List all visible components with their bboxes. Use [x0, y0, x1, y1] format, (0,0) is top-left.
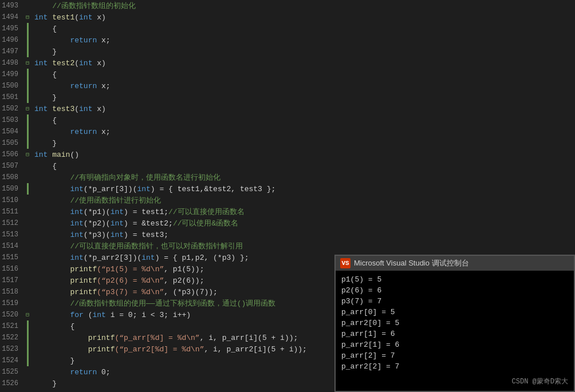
line-number: 1523 [0, 345, 23, 353]
console-output-line: p_arr2[0] = 5 [341, 318, 568, 328]
line-content: int(*p1)(int) = test1;//可以直接使用函数名 [32, 207, 575, 217]
code-text [34, 208, 70, 216]
code-line: 1509 int(*p_arr[3])(int) = { test1,&test… [0, 183, 575, 195]
code-text: , p2(6)); [164, 276, 204, 285]
code-text: { [34, 25, 57, 33]
line-gutter [23, 320, 32, 332]
code-text: , i, p_arr[i](5 + i)); [200, 334, 298, 342]
vs-icon: VS [340, 258, 350, 268]
line-content: int main() [32, 151, 575, 159]
code-text: ) = { p1,p2, (*p3) }; [155, 254, 249, 262]
line-number: 1506 [0, 151, 23, 159]
line-gutter: ⊟ [23, 151, 32, 158]
line-content: int test2(int x) [32, 59, 575, 68]
code-text [34, 334, 88, 342]
code-text: ( [74, 13, 79, 22]
code-text [34, 345, 88, 354]
code-line: 1494⊟int test1(int x) [0, 11, 575, 23]
line-number: 1519 [0, 299, 23, 307]
line-number: 1495 [0, 25, 23, 33]
keyword: int [70, 231, 83, 239]
line-gutter [23, 332, 32, 343]
code-line: 1499 { [0, 69, 575, 80]
line-number: 1499 [0, 70, 23, 78]
function-name: printf [70, 276, 97, 285]
keyword: int [92, 311, 105, 319]
code-text: x; [97, 82, 110, 90]
code-text: (*p3)( [84, 231, 111, 239]
line-number: 1507 [0, 162, 23, 170]
keyword: int [34, 13, 48, 22]
code-line: 1510 //使用函数指针进行初始化 [0, 195, 575, 206]
line-content: } [32, 139, 575, 148]
code-text [34, 311, 70, 319]
line-number: 1525 [0, 368, 23, 376]
line-content: //函数指针数组的初始化 [32, 1, 575, 11]
console-output-line: p3(7) = 7 [341, 296, 568, 307]
code-text [34, 265, 70, 274]
code-text [34, 276, 70, 285]
code-line: 1502⊟int test3(int x) [0, 103, 575, 114]
code-line: 1512 int(*p2)(int) = &test2;//可以使用&函数名 [0, 217, 575, 229]
line-content: int(*p_arr[3])(int) = { test1,&test2, te… [32, 185, 575, 193]
code-text: x; [97, 128, 110, 136]
line-content: //可以直接使用函数指针，也可以对函数指针解引用 [32, 241, 575, 251]
line-number: 1522 [0, 334, 23, 342]
line-gutter [23, 126, 32, 137]
keyword: int [79, 13, 92, 22]
string-literal: (“p_arr2[%d] = %d\n” [115, 345, 204, 354]
code-text: } [34, 93, 57, 102]
line-gutter [23, 80, 32, 92]
code-text: ) = test3; [124, 231, 168, 239]
line-gutter [23, 92, 32, 103]
code-text [34, 242, 70, 251]
comment: //函数指针数组的使用——通过下标找到函数，通过()调用函数 [70, 299, 275, 308]
function-name: printf [70, 265, 97, 274]
line-number: 1508 [0, 173, 23, 181]
line-gutter [23, 69, 32, 80]
line-number: 1493 [0, 2, 23, 10]
line-content: int(*p2)(int) = &test2;//可以使用&函数名 [32, 218, 575, 228]
code-line: 1504 return x; [0, 126, 575, 137]
function-name: test1 [52, 13, 74, 22]
line-content: { [32, 70, 575, 79]
line-number: 1521 [0, 322, 23, 330]
line-gutter [23, 23, 32, 34]
string-literal: (“p_arr[%d] = %d\n” [115, 334, 199, 342]
line-number: 1497 [0, 47, 23, 56]
line-number: 1500 [0, 82, 23, 90]
keyword: int [34, 105, 48, 113]
line-number: 1501 [0, 93, 23, 101]
console-window[interactable]: VS Microsoft Visual Studio 调试控制台 p1(5) =… [334, 255, 575, 392]
console-output-line: p_arr[2] = 7 [341, 350, 568, 361]
keyword: int [70, 208, 83, 216]
function-name: test2 [52, 59, 74, 68]
function-name: main [52, 151, 70, 159]
keyword: int [70, 254, 83, 262]
line-number: 1515 [0, 254, 23, 262]
code-text: () [70, 151, 79, 159]
code-text [34, 128, 70, 136]
code-text [34, 288, 70, 296]
code-line: 1507 { [0, 160, 575, 172]
function-name: printf [88, 334, 115, 342]
line-content: int(*p3)(int) = test3; [32, 231, 575, 239]
line-number: 1496 [0, 36, 23, 44]
line-gutter [23, 343, 32, 355]
keyword: return [70, 368, 97, 377]
code-line: 1513 int(*p3)(int) = test3; [0, 229, 575, 240]
console-output-line: p2(6) = 6 [341, 285, 568, 296]
line-gutter [23, 46, 32, 57]
code-text: ) = { test1,&test2, test3 }; [151, 185, 275, 193]
line-gutter [23, 114, 32, 126]
function-name: printf [70, 288, 97, 296]
line-number: 1520 [0, 311, 23, 319]
line-number: 1512 [0, 219, 23, 227]
comment: //使用函数指针进行初始化 [70, 196, 161, 205]
code-text: { [34, 70, 57, 79]
line-content: return x; [32, 82, 575, 90]
keyword: int [111, 219, 124, 228]
console-output-line: p_arr[0] = 5 [341, 307, 568, 318]
line-content: //有明确指向对象时，使用函数名进行初始化 [32, 172, 575, 183]
code-text [34, 196, 70, 205]
